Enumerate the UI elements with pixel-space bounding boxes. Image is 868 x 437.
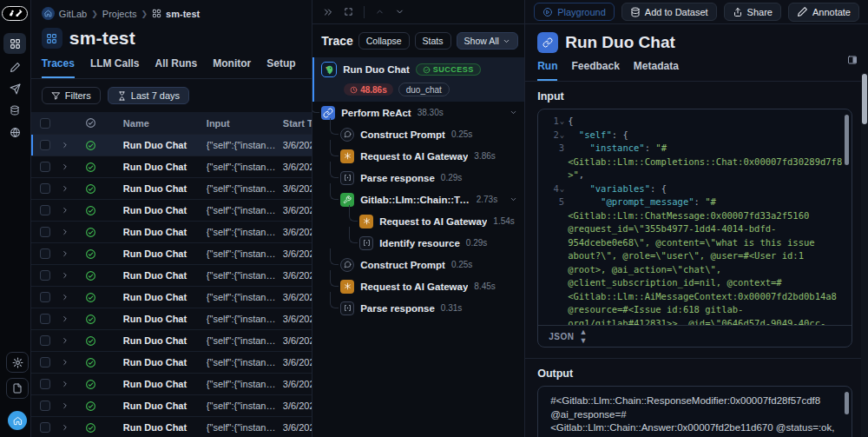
row-expander-icon[interactable] (61, 271, 85, 280)
date-range-button[interactable]: Last 7 days (108, 87, 189, 104)
output-scrollbar[interactable] (845, 392, 849, 414)
fold-chevron-icon[interactable]: ⌄ (560, 182, 564, 196)
table-row[interactable]: Run Duo Chat{"self":{"instance":"#...3/6… (31, 417, 312, 437)
row-checkbox[interactable] (40, 292, 50, 302)
line-number[interactable]: 4⌄ (542, 182, 568, 196)
table-row[interactable]: Run Duo Chat{"self":{"instance":"#...3/6… (31, 395, 312, 417)
row-name[interactable]: Run Duo Chat (123, 140, 207, 150)
output-box[interactable]: #<Gitlab::Llm::Chain::ResponseModifier:0… (537, 386, 852, 437)
tab-setup[interactable]: Setup (266, 57, 295, 78)
row-name[interactable]: Run Duo Chat (123, 270, 207, 281)
stats-button[interactable]: Stats (415, 32, 451, 50)
row-expander-icon[interactable] (61, 401, 85, 410)
table-row[interactable]: Run Duo Chat{"self":{"instance":"#...3/6… (31, 308, 312, 330)
table-row[interactable]: Run Duo Chat{"self":{"instance":"#...3/6… (31, 178, 312, 200)
row-name[interactable]: Run Duo Chat (123, 401, 207, 411)
row-expander-icon[interactable] (61, 293, 85, 301)
row-expander-icon[interactable] (61, 249, 85, 258)
split-view-icon[interactable] (847, 55, 858, 65)
collapse-button[interactable]: Collapse (358, 32, 410, 50)
home-icon[interactable] (42, 7, 55, 20)
row-name[interactable]: Run Duo Chat (123, 314, 207, 324)
table-row[interactable]: Run Duo Chat{"self":{"instance":"#...3/6… (31, 330, 312, 352)
nav-hub[interactable] (3, 123, 26, 141)
show-all-button[interactable]: Show All (457, 32, 518, 50)
row-expander-icon[interactable] (61, 380, 85, 388)
row-expander-icon[interactable] (61, 184, 85, 193)
inspector-tab-feedback[interactable]: Feedback (571, 60, 619, 81)
select-all-checkbox[interactable] (40, 118, 50, 129)
table-row[interactable]: Run Duo Chat{"self":{"instance":"#...3/6… (31, 135, 312, 156)
langsmith-logo-icon[interactable] (2, 6, 28, 21)
row-expander-icon[interactable] (61, 162, 85, 171)
inspector-tab-run[interactable]: Run (537, 60, 557, 81)
column-start-time[interactable]: Start Time (283, 118, 312, 129)
row-checkbox[interactable] (40, 162, 50, 172)
table-row[interactable]: Run Duo Chat{"self":{"instance":"#...3/6… (31, 200, 312, 222)
annotate-button[interactable]: Annotate (788, 3, 859, 22)
trace-span-item[interactable]: Parse response0.31s (312, 297, 524, 319)
trace-root-item[interactable]: Run Duo Chat SUCCESS 48.86s duo_chat (312, 57, 524, 102)
row-checkbox[interactable] (40, 357, 50, 367)
table-row[interactable]: Run Duo Chat{"self":{"instance":"#...3/6… (31, 352, 312, 374)
input-code-lines[interactable]: 1⌄{2⌄ "self": {3 "instance": "#<Gitlab::… (538, 109, 852, 325)
nav-projects[interactable] (3, 33, 26, 54)
row-name[interactable]: Run Duo Chat (123, 357, 207, 367)
row-checkbox[interactable] (40, 183, 50, 194)
row-checkbox[interactable] (40, 227, 50, 237)
input-scrollbar[interactable] (845, 115, 849, 165)
add-to-dataset-button[interactable]: Add to Dataset (621, 3, 717, 21)
settings-button[interactable] (6, 352, 29, 373)
fold-chevron-icon[interactable]: ⌄ (560, 115, 564, 129)
expand-icon[interactable] (344, 7, 353, 17)
row-name[interactable]: Run Duo Chat (123, 422, 207, 433)
row-name[interactable]: Run Duo Chat (123, 227, 207, 237)
collapse-panel-icon[interactable] (323, 7, 333, 17)
breadcrumb-current[interactable]: sm-test (166, 9, 200, 19)
row-expander-icon[interactable] (61, 336, 85, 345)
tab-monitor[interactable]: Monitor (213, 57, 251, 78)
table-row[interactable]: Run Duo Chat{"self":{"instance":"#...3/6… (31, 287, 312, 308)
breadcrumb-org[interactable]: GitLab (59, 9, 87, 19)
row-expander-icon[interactable] (61, 206, 85, 215)
table-row[interactable]: Run Duo Chat{"self":{"instance":"#...3/6… (31, 243, 312, 265)
line-number[interactable]: 2⌄ (542, 129, 568, 142)
line-number[interactable]: 1⌄ (542, 115, 568, 129)
column-input[interactable]: Input (207, 118, 283, 129)
row-expander-icon[interactable] (61, 141, 85, 149)
code-format-select[interactable]: JSON ▲▼ (538, 325, 852, 347)
row-expander-icon[interactable] (61, 358, 85, 367)
chevron-up-icon[interactable] (375, 7, 385, 17)
trace-span-item[interactable]: Gitlab::Llm::Chain::Tools::IssueReader::… (312, 189, 524, 210)
inspector-tab-metadata[interactable]: Metadata (634, 60, 679, 81)
tab-llm-calls[interactable]: LLM Calls (90, 57, 140, 78)
line-number[interactable]: 5 (542, 195, 568, 325)
trace-span-item[interactable]: Construct Prompt0.25s (312, 254, 524, 275)
table-row[interactable]: Run Duo Chat{"self":{"instance":"#...3/6… (31, 156, 312, 178)
row-expander-icon[interactable] (61, 423, 85, 432)
row-checkbox[interactable] (40, 205, 50, 215)
row-checkbox[interactable] (40, 379, 50, 389)
chevron-down-icon[interactable] (510, 109, 517, 116)
row-checkbox[interactable] (40, 401, 50, 411)
table-row[interactable]: Run Duo Chat{"self":{"instance":"#...3/6… (31, 374, 312, 395)
share-button[interactable]: Share (724, 3, 781, 21)
row-name[interactable]: Run Duo Chat (123, 379, 207, 389)
row-expander-icon[interactable] (61, 228, 85, 236)
chevron-down-icon[interactable] (510, 195, 517, 203)
row-name[interactable]: Run Duo Chat (123, 183, 207, 194)
row-checkbox[interactable] (40, 335, 50, 346)
nav-annotation-queues[interactable] (3, 58, 26, 76)
table-row[interactable]: Run Duo Chat{"self":{"instance":"#...3/6… (31, 222, 312, 243)
row-name[interactable]: Run Duo Chat (123, 205, 207, 215)
row-name[interactable]: Run Duo Chat (123, 292, 207, 302)
tab-traces[interactable]: Traces (42, 57, 75, 78)
column-name[interactable]: Name (123, 118, 207, 129)
nav-deployments[interactable] (3, 80, 26, 97)
nav-datasets[interactable] (3, 102, 26, 119)
row-checkbox[interactable] (40, 422, 50, 433)
chevron-down-icon[interactable] (395, 7, 404, 17)
row-expander-icon[interactable] (61, 315, 85, 323)
trace-span-item[interactable]: Parse response0.29s (312, 167, 524, 189)
trace-span-item[interactable]: Request to AI Gateway1.54s (312, 210, 524, 232)
